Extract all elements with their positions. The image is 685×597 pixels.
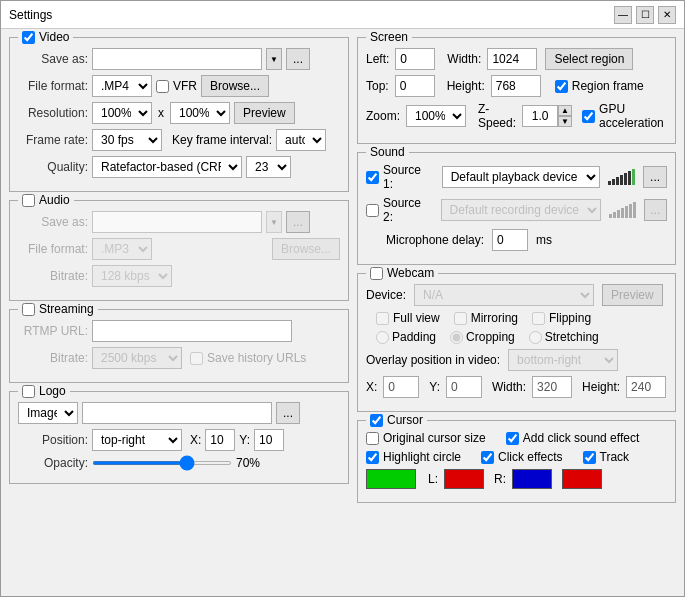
sound-source1-select[interactable]: Default playback device — [442, 166, 601, 188]
webcam-y-input[interactable] — [446, 376, 482, 398]
webcam-overlay-select[interactable]: bottom-right — [508, 349, 618, 371]
webcam-flipping-label[interactable]: Flipping — [532, 311, 591, 325]
screen-height-input[interactable] — [491, 75, 541, 97]
audio-fileformat-select[interactable]: .MP3 — [92, 238, 152, 260]
video-enable-checkbox[interactable] — [22, 31, 35, 44]
cursor-enable-label[interactable]: Cursor — [370, 413, 423, 427]
sound-source2-label[interactable]: Source 2: — [366, 196, 433, 224]
sound-source2-btn[interactable]: ... — [644, 199, 667, 221]
screen-region-frame-checkbox[interactable] — [555, 80, 568, 93]
audio-enable-checkbox[interactable] — [22, 194, 35, 207]
cursor-origsize-checkbox[interactable] — [366, 432, 379, 445]
video-quality-num[interactable]: 23 — [246, 156, 291, 178]
webcam-w-input[interactable] — [532, 376, 572, 398]
cursor-extra-color[interactable] — [562, 469, 602, 489]
logo-opacity-slider[interactable] — [92, 461, 232, 465]
video-resolution-w[interactable]: 100% — [92, 102, 152, 124]
logo-enable-label[interactable]: Logo — [22, 384, 66, 398]
video-vfr-checkbox[interactable] — [156, 80, 169, 93]
cursor-track-label[interactable]: Track — [583, 450, 630, 464]
webcam-stretching-label[interactable]: Stretching — [529, 330, 599, 344]
audio-enable-label[interactable]: Audio — [22, 193, 70, 207]
audio-bitrate-select[interactable]: 128 kbps — [92, 265, 172, 287]
cursor-highlight-label[interactable]: Highlight circle — [366, 450, 461, 464]
video-fileformat-select[interactable]: .MP4 — [92, 75, 152, 97]
webcam-fullview-checkbox[interactable] — [376, 312, 389, 325]
webcam-fullview-label[interactable]: Full view — [376, 311, 440, 325]
sound-source2-checkbox[interactable] — [366, 204, 379, 217]
streaming-enable-checkbox[interactable] — [22, 303, 35, 316]
sound-source1-label[interactable]: Source 1: — [366, 163, 434, 191]
video-browse-btn[interactable]: Browse... — [201, 75, 269, 97]
minimize-button[interactable]: — — [614, 6, 632, 24]
streaming-history-label[interactable]: Save history URLs — [190, 351, 306, 365]
screen-gpu-checkbox[interactable] — [582, 110, 595, 123]
video-resolution-h[interactable]: 100% — [170, 102, 230, 124]
video-vfr-label[interactable]: VFR — [156, 79, 197, 93]
logo-enable-checkbox[interactable] — [22, 385, 35, 398]
webcam-cropping-radio[interactable] — [450, 331, 463, 344]
streaming-enable-label[interactable]: Streaming — [22, 302, 94, 316]
webcam-h-input[interactable] — [626, 376, 666, 398]
cursor-clicksound-checkbox[interactable] — [506, 432, 519, 445]
logo-y-input[interactable] — [254, 429, 284, 451]
screen-width-input[interactable] — [487, 48, 537, 70]
cursor-origsize-label[interactable]: Original cursor size — [366, 431, 486, 445]
cursor-clicksound-label[interactable]: Add click sound effect — [506, 431, 640, 445]
video-framerate-select[interactable]: 30 fps — [92, 129, 162, 151]
logo-position-select[interactable]: top-right — [92, 429, 182, 451]
sound-source1-checkbox[interactable] — [366, 171, 379, 184]
video-enable-label[interactable]: Video — [22, 30, 69, 44]
webcam-enable-checkbox[interactable] — [370, 267, 383, 280]
webcam-mirroring-checkbox[interactable] — [454, 312, 467, 325]
close-button[interactable]: ✕ — [658, 6, 676, 24]
webcam-flipping-checkbox[interactable] — [532, 312, 545, 325]
audio-saveas-input[interactable] — [92, 211, 262, 233]
cursor-effects-label[interactable]: Click effects — [481, 450, 562, 464]
logo-file-input[interactable] — [82, 402, 272, 424]
video-saveas-input[interactable]: Rec <num>.mp4 — [92, 48, 262, 70]
screen-zspeed-input[interactable] — [522, 105, 558, 127]
logo-type-select[interactable]: Image — [18, 402, 78, 424]
streaming-bitrate-select[interactable]: 2500 kbps — [92, 347, 182, 369]
logo-file-btn[interactable]: ... — [276, 402, 300, 424]
cursor-effects-checkbox[interactable] — [481, 451, 494, 464]
screen-zspeed-down[interactable]: ▼ — [558, 116, 572, 127]
webcam-device-select[interactable]: N/A — [414, 284, 594, 306]
webcam-x-input[interactable] — [383, 376, 419, 398]
select-region-btn[interactable]: Select region — [545, 48, 633, 70]
cursor-enable-checkbox[interactable] — [370, 414, 383, 427]
webcam-stretching-radio[interactable] — [529, 331, 542, 344]
maximize-button[interactable]: ☐ — [636, 6, 654, 24]
logo-x-input[interactable] — [205, 429, 235, 451]
audio-saveas-btn[interactable]: ... — [286, 211, 310, 233]
screen-left-input[interactable] — [395, 48, 435, 70]
screen-top-input[interactable] — [395, 75, 435, 97]
audio-browse-btn[interactable]: Browse... — [272, 238, 340, 260]
cursor-highlight-color[interactable] — [366, 469, 416, 489]
webcam-padding-label[interactable]: Padding — [376, 330, 436, 344]
webcam-padding-radio[interactable] — [376, 331, 389, 344]
audio-saveas-dropdown[interactable]: ▼ — [266, 211, 282, 233]
screen-gpu-label[interactable]: GPU acceleration — [582, 102, 667, 130]
sound-micdelay-input[interactable] — [492, 229, 528, 251]
cursor-l-color[interactable] — [444, 469, 484, 489]
video-preview-btn[interactable]: Preview — [234, 102, 295, 124]
sound-source1-btn[interactable]: ... — [643, 166, 667, 188]
screen-zoom-select[interactable]: 100% — [406, 105, 466, 127]
video-quality-select[interactable]: Ratefactor-based (CRF) — [92, 156, 242, 178]
video-saveas-dropdown[interactable]: ▼ — [266, 48, 282, 70]
cursor-track-checkbox[interactable] — [583, 451, 596, 464]
video-saveas-btn[interactable]: ... — [286, 48, 310, 70]
video-keyframe-select[interactable]: auto — [276, 129, 326, 151]
webcam-enable-label[interactable]: Webcam — [370, 266, 434, 280]
streaming-rtmp-input[interactable] — [92, 320, 292, 342]
screen-zspeed-up[interactable]: ▲ — [558, 105, 572, 116]
webcam-cropping-label[interactable]: Cropping — [450, 330, 515, 344]
sound-source2-select[interactable]: Default recording device — [441, 199, 601, 221]
screen-region-frame-label[interactable]: Region frame — [555, 79, 644, 93]
cursor-r-color[interactable] — [512, 469, 552, 489]
webcam-preview-btn[interactable]: Preview — [602, 284, 663, 306]
streaming-history-checkbox[interactable] — [190, 352, 203, 365]
webcam-mirroring-label[interactable]: Mirroring — [454, 311, 518, 325]
